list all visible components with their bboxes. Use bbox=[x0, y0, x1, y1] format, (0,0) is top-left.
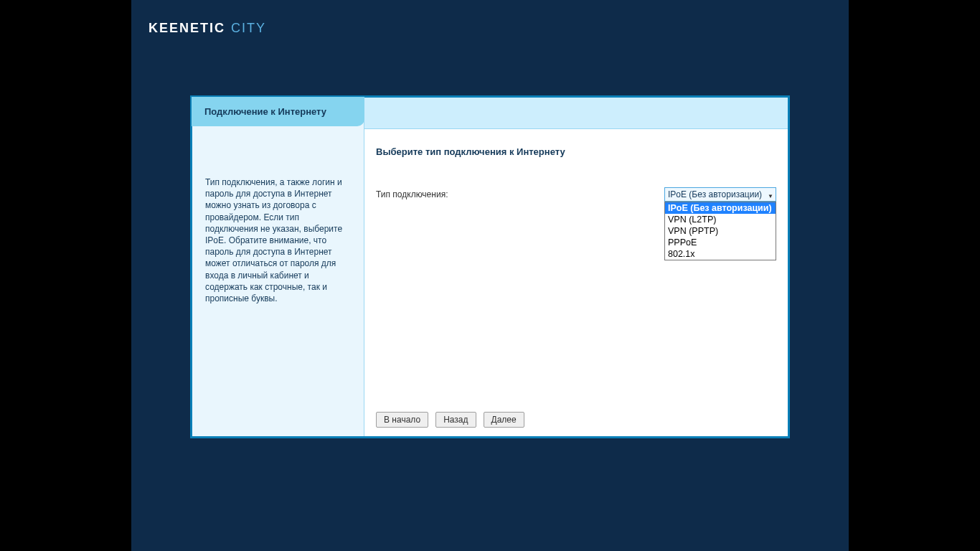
sidebar: Подключение к Интернету Тип подключения,… bbox=[192, 98, 364, 436]
connection-type-label: Тип подключения: bbox=[376, 187, 448, 199]
main-body: Выберите тип подключения к Интернету Тип… bbox=[364, 129, 788, 436]
dropdown-option-ipoe[interactable]: IPoE (Без авторизации) bbox=[665, 202, 776, 214]
dropdown-option-8021x[interactable]: 802.1x bbox=[665, 248, 776, 260]
brand: KEENETICCITY bbox=[131, 0, 849, 34]
brand-city: CITY bbox=[231, 21, 266, 35]
dropdown-option-pppoe[interactable]: PPPoE bbox=[665, 237, 776, 248]
main-header-strip bbox=[364, 98, 788, 129]
app-frame: KEENETICCITY Подключение к Интернету Тип… bbox=[131, 0, 849, 551]
sidebar-tab-connection[interactable]: Подключение к Интернету bbox=[192, 97, 364, 126]
dropdown-option-l2tp[interactable]: VPN (L2TP) bbox=[665, 214, 776, 225]
main-area: Выберите тип подключения к Интернету Тип… bbox=[364, 98, 788, 436]
sidebar-help-text: Тип подключения, а также логин и пароль … bbox=[192, 126, 364, 304]
connection-type-select-wrap: IPoE (Без авторизации) IPoE (Без авториз… bbox=[664, 187, 776, 202]
page-title: Выберите тип подключения к Интернету bbox=[376, 146, 776, 157]
wizard-panel: Подключение к Интернету Тип подключения,… bbox=[190, 95, 790, 438]
home-button[interactable]: В начало bbox=[376, 412, 428, 428]
connection-type-select[interactable]: IPoE (Без авторизации) bbox=[664, 187, 776, 202]
connection-type-row: Тип подключения: IPoE (Без авторизации) … bbox=[376, 187, 776, 202]
connection-type-dropdown[interactable]: IPoE (Без авторизации) VPN (L2TP) VPN (P… bbox=[664, 202, 776, 260]
back-button[interactable]: Назад bbox=[435, 412, 476, 428]
next-button[interactable]: Далее bbox=[484, 412, 524, 428]
wizard-buttons: В начало Назад Далее bbox=[376, 412, 524, 428]
dropdown-option-pptp[interactable]: VPN (PPTP) bbox=[665, 225, 776, 237]
brand-keenetic: KEENETIC bbox=[149, 21, 225, 35]
